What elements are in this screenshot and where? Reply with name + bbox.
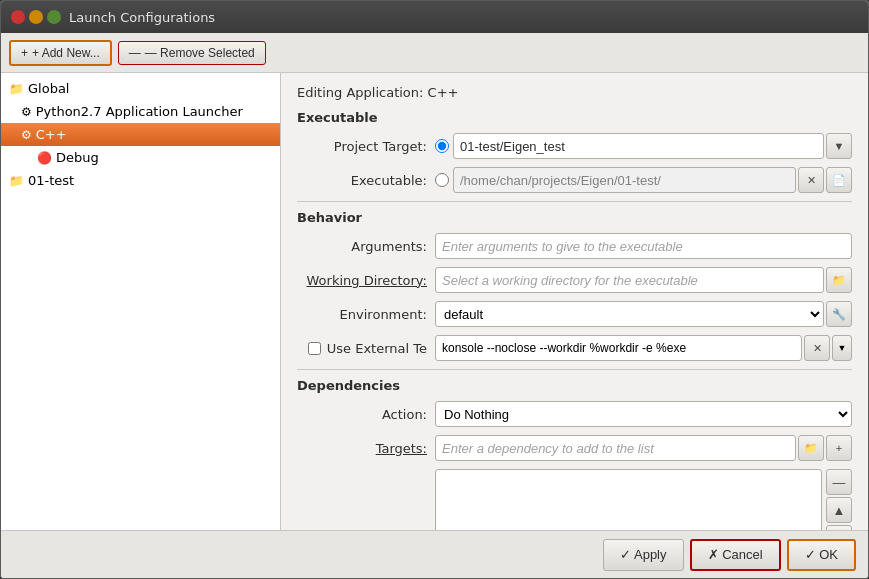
targets-list-row: — ▲ ▼ [297,469,852,530]
sidebar-item-cpp[interactable]: ⚙ C++ [1,123,280,146]
sidebar-item-debug[interactable]: 🔴 Debug [1,146,280,169]
environment-select[interactable]: default [435,301,824,327]
executable-label: Executable: [297,173,427,188]
sidebar-item-global[interactable]: 📁 Global [1,77,280,100]
targets-input-area: 📁 + [435,435,852,461]
app-icon: ⚙ [21,105,32,119]
remove-selected-button[interactable]: — — Remove Selected [118,41,266,65]
ok-button[interactable]: ✓ OK [787,539,856,571]
close-button[interactable] [11,10,25,24]
apply-button[interactable]: ✓ Apply [603,539,683,571]
executable-radio-option: ✕ 📄 [435,167,852,193]
project-target-label: Project Target: [297,139,427,154]
folder-icon: 📁 [9,82,24,96]
targets-list [435,469,822,530]
working-dir-row: Working Directory: 📁 [297,267,852,293]
environment-input-area: default 🔧 [435,301,852,327]
minimize-button[interactable] [29,10,43,24]
sidebar: 📁 Global ⚙ Python2.7 Application Launche… [1,73,281,530]
targets-input[interactable] [435,435,796,461]
sidebar-item-01test[interactable]: 📁 01-test [1,169,280,192]
targets-remove-btn[interactable]: — [826,469,852,495]
app-icon-selected: ⚙ [21,128,32,142]
project-target-radio-option: ▼ [435,133,852,159]
folder-icon-2: 📁 [9,174,24,188]
executable-input-area: ✕ 📄 [453,167,852,193]
titlebar-buttons [11,10,61,24]
arguments-input[interactable] [435,233,852,259]
targets-up-btn[interactable]: ▲ [826,497,852,523]
editing-header: Editing Application: C++ [297,85,852,100]
executable-row: Executable: ✕ 📄 [297,167,852,193]
arguments-label: Arguments: [297,239,427,254]
environment-settings-btn[interactable]: 🔧 [826,301,852,327]
project-target-input-area: ▼ [453,133,852,159]
executable-section-title: Executable [297,110,852,125]
project-target-row: Project Target: ▼ [297,133,852,159]
main-panel: Editing Application: C++ Executable Proj… [281,73,868,530]
executable-radio[interactable] [435,173,449,187]
use-external-terminal-checkbox[interactable] [308,342,321,355]
action-row: Action: Do Nothing [297,401,852,427]
external-terminal-row: Use External Te ✕ ▼ [297,335,852,361]
terminal-clear-btn[interactable]: ✕ [804,335,830,361]
toolbar: + + Add New... — — Remove Selected [1,33,868,73]
maximize-button[interactable] [47,10,61,24]
behavior-section-title: Behavior [297,210,852,225]
bottom-bar: ✓ Apply ✗ Cancel ✓ OK [1,530,868,578]
working-dir-input[interactable] [435,267,824,293]
targets-side-buttons: — ▲ ▼ [826,469,852,530]
environment-label: Environment: [297,307,427,322]
executable-input[interactable] [453,167,796,193]
environment-row: Environment: default 🔧 [297,301,852,327]
window: Launch Configurations + + Add New... — —… [0,0,869,579]
section-divider-1 [297,201,852,202]
use-external-terminal-label: Use External Te [327,341,427,356]
arguments-row: Arguments: [297,233,852,259]
terminal-dropdown-btn[interactable]: ▼ [832,335,852,361]
terminal-input-area: ✕ ▼ [435,335,852,361]
targets-add-btn[interactable]: + [826,435,852,461]
content-area: 📁 Global ⚙ Python2.7 Application Launche… [1,73,868,530]
terminal-input[interactable] [435,335,802,361]
targets-container: — ▲ ▼ [435,469,852,530]
working-dir-input-area: 📁 [435,267,852,293]
project-target-browse-btn[interactable]: ▼ [826,133,852,159]
project-target-input[interactable] [453,133,824,159]
cancel-button[interactable]: ✗ Cancel [690,539,781,571]
add-icon: + [21,46,28,60]
executable-clear-btn[interactable]: ✕ [798,167,824,193]
targets-row: Targets: 📁 + [297,435,852,461]
dependencies-section-title: Dependencies [297,378,852,393]
titlebar: Launch Configurations [1,1,868,33]
sidebar-item-python[interactable]: ⚙ Python2.7 Application Launcher [1,100,280,123]
working-dir-label: Working Directory: [297,273,427,288]
executable-browse-btn[interactable]: 📄 [826,167,852,193]
debug-icon: 🔴 [37,151,52,165]
remove-icon: — [129,46,141,60]
window-title: Launch Configurations [69,10,215,25]
project-target-radio[interactable] [435,139,449,153]
action-label: Action: [297,407,427,422]
action-select[interactable]: Do Nothing [435,401,852,427]
section-divider-2 [297,369,852,370]
targets-label: Targets: [297,441,427,456]
add-new-button[interactable]: + + Add New... [9,40,112,66]
targets-browse-btn[interactable]: 📁 [798,435,824,461]
working-dir-browse-btn[interactable]: 📁 [826,267,852,293]
